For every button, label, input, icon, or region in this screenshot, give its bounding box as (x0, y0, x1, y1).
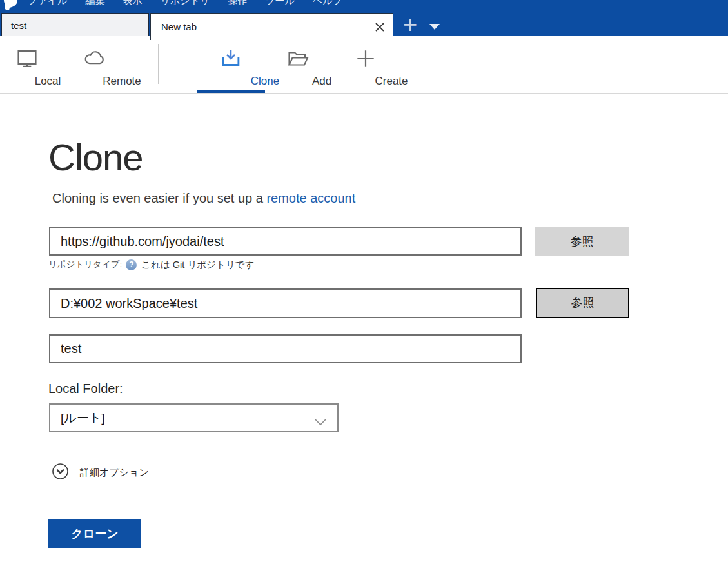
cloud-icon (83, 46, 107, 74)
menu-file[interactable]: ファイル (28, 0, 67, 7)
toolbar-local-button[interactable]: Local (6, 36, 48, 93)
toolbar-local-label: Local (27, 75, 68, 88)
download-icon (219, 46, 243, 74)
destination-browse-button[interactable]: 参照 (536, 288, 629, 318)
page-title: Clone (48, 136, 143, 179)
question-icon[interactable]: ? (126, 259, 137, 270)
local-folder-label: Local Folder: (48, 381, 123, 396)
plus-icon (353, 46, 378, 74)
active-tool-underline (197, 90, 265, 93)
close-tab-icon[interactable] (373, 21, 386, 34)
toolbar: Local Remote Clone (0, 36, 728, 94)
local-folder-select[interactable]: [ルート] (49, 403, 339, 432)
header: ファイル 編集 表示 リポジトリ 操作 ツール ヘルプ test New tab… (0, 0, 728, 36)
repo-name-input[interactable] (49, 334, 522, 363)
sourcetree-logo-icon (2, 0, 19, 9)
toolbar-remote-button[interactable]: Remote (68, 36, 122, 93)
subtitle-text: Cloning is even easier if you set up a (52, 191, 266, 205)
repo-type-status: これは Git リポジトリです (141, 259, 254, 271)
toolbar-clone-button[interactable]: Clone (197, 36, 265, 93)
clone-page: Clone Cloning is even easier if you set … (0, 96, 728, 584)
repo-type-label: リポジトリタイプ: (48, 259, 122, 270)
circle-chevron-down-icon (52, 463, 69, 483)
toolbar-add-label: Add (298, 75, 346, 88)
toolbar-create-button[interactable]: Create (340, 36, 391, 93)
menu-view[interactable]: 表示 (123, 0, 142, 7)
destination-path-input[interactable] (49, 288, 522, 318)
monitor-icon (15, 46, 39, 74)
open-folder-icon (286, 46, 310, 74)
remote-account-link[interactable]: remote account (266, 191, 355, 205)
menu-edit[interactable]: 編集 (85, 0, 104, 7)
tab-list-dropdown-icon[interactable] (429, 24, 440, 30)
subtitle: Cloning is even easier if you set up a r… (52, 191, 355, 206)
advanced-options-label: 詳細オプション (80, 467, 149, 479)
menu-repository[interactable]: リポジトリ (160, 0, 210, 7)
tab-test-label: test (11, 20, 26, 31)
advanced-options-toggle[interactable]: 詳細オプション (52, 463, 149, 483)
menu-tools[interactable]: ツール (265, 0, 295, 7)
tab-new-tab-label: New tab (161, 21, 197, 32)
chevron-down-icon (314, 415, 327, 429)
tab-test[interactable]: test (1, 13, 149, 37)
toolbar-divider (158, 44, 159, 84)
clone-submit-button[interactable]: クローン (48, 519, 141, 548)
repo-type-row: リポジトリタイプ: ? これは Git リポジトリです (48, 258, 254, 271)
source-url-input[interactable] (49, 227, 522, 256)
menu-help[interactable]: ヘルプ (313, 0, 342, 7)
menu-actions[interactable]: 操作 (228, 0, 247, 7)
local-folder-selected-value: [ルート] (61, 410, 104, 427)
menu-bar: ファイル 編集 表示 リポジトリ 操作 ツール ヘルプ (0, 0, 728, 12)
toolbar-add-button[interactable]: Add (274, 36, 322, 93)
toolbar-remote-label: Remote (95, 75, 149, 88)
source-browse-button[interactable]: 参照 (535, 227, 629, 256)
new-tab-plus-icon[interactable]: + (398, 14, 422, 37)
toolbar-create-label: Create (366, 75, 417, 88)
sourcetree-window: ファイル 編集 表示 リポジトリ 操作 ツール ヘルプ test New tab… (0, 0, 728, 584)
tab-new-tab[interactable]: New tab (150, 13, 393, 40)
